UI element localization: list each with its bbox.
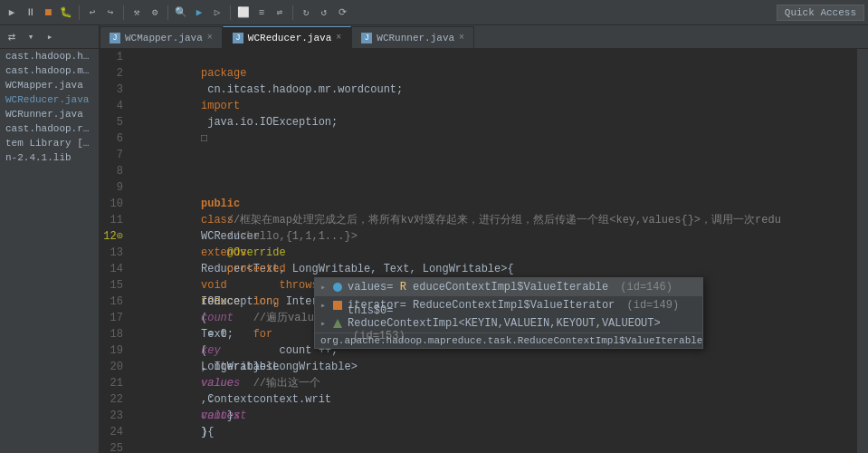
ac-label-0a: values= (348, 281, 400, 294)
toolbar-run2-btn[interactable]: ▶ (191, 5, 207, 21)
toolbar-build-btn[interactable]: ⚒ (129, 5, 145, 21)
tab-close-wcrunner[interactable]: × (459, 33, 464, 43)
sidebar-item-wcreducer[interactable]: WCReducer.java (0, 92, 99, 107)
ac-label-0b: educeContextImpl$ValueIterable (413, 281, 608, 294)
ac-highlight-0: R (400, 281, 406, 294)
ln-12: 12⊙ (100, 228, 123, 245)
svg-marker-0 (333, 319, 342, 328)
code-line-22: } (136, 391, 857, 408)
ln-22: 22 (100, 391, 123, 408)
sidebar-item-label-jre: tem Library [jre7] (5, 138, 99, 149)
ac-icon-0 (331, 281, 344, 294)
ac-label-2a: this$0= ReduceContextImpl<KEYIN,VALUEIN,… (348, 304, 661, 330)
sidebar-item-0[interactable]: cast.hadoop.hdfs (0, 49, 99, 63)
toolbar-run-btn[interactable]: ▶ (4, 5, 20, 21)
sidebar-item-jre[interactable]: tem Library [jre7] (0, 136, 99, 150)
ln-25: 25 (100, 440, 123, 453)
code-line-1: package cn.itcast.hadoop.mr.wordcount; (136, 49, 857, 65)
ln-2: 2 (100, 65, 123, 82)
ln-9: 9 (100, 179, 123, 196)
tab-wcmapper[interactable]: J WCMapper.java × (100, 26, 223, 48)
toolbar-undo-btn[interactable]: ↺ (316, 5, 332, 21)
toolbar-forward-btn[interactable]: ↪ (102, 5, 119, 21)
toolbar-run3-btn[interactable]: ▷ (209, 5, 225, 21)
sidebar-expand-btn[interactable]: ▸ (42, 29, 58, 45)
code-line-9: public class WCReducer extends Reducer<T… (136, 179, 857, 196)
sidebar-item-wcrunner[interactable]: WCRunner.java (0, 107, 99, 121)
toolbar-search-btn[interactable]: 🔍 (173, 5, 189, 21)
ln-5: 5 (100, 114, 123, 130)
ln-1: 1 (100, 49, 123, 65)
toolbar-stop-btn[interactable]: ⏹ (40, 5, 56, 21)
ln-6: 6 (100, 130, 123, 147)
sep1 (79, 5, 80, 20)
sidebar: ⇄ ▾ ▸ cast.hadoop.hdfs cast.hadoop.mr.w … (0, 25, 100, 453)
sidebar-item-1[interactable]: cast.hadoop.mr.w (0, 63, 99, 78)
ln-23: 23 (100, 408, 123, 424)
code-line-23: } (136, 408, 857, 424)
code-content[interactable]: package cn.itcast.hadoop.mr.wordcount; i… (129, 49, 857, 453)
ac-expand-2: ▸ (320, 318, 326, 329)
toolbar-settings-btn[interactable]: ⚙ (147, 5, 163, 21)
ln-7: 7 (100, 147, 123, 163)
tab-close-wcmapper[interactable]: × (207, 33, 213, 43)
ln-19: 19 (100, 342, 123, 359)
ln-3: 3 (100, 82, 123, 98)
ln-14: 14 (100, 261, 123, 277)
code-line-2 (136, 65, 857, 82)
tab-bar: J WCMapper.java × J WCReducer.java × J W… (100, 25, 868, 49)
ln-10: 10 (100, 196, 123, 212)
code-line-12: @Override (136, 228, 857, 245)
toolbar-reload-btn[interactable]: ↻ (298, 5, 314, 21)
code-editor: 1 2 3 4 5 6 7 8 9 10 11 12⊙ 13 14 15 16 … (100, 49, 868, 453)
line-numbers: 1 2 3 4 5 6 7 8 9 10 11 12⊙ 13 14 15 16 … (100, 49, 129, 453)
tab-wcrunner[interactable]: J WCRunner.java × (351, 26, 474, 48)
toolbar-pause-btn[interactable]: ⏸ (22, 5, 38, 21)
tab-icon-wcrunner: J (361, 33, 372, 43)
ln-13: 13 (100, 245, 123, 261)
code-line-5 (136, 114, 857, 130)
ln-15: 15 (100, 277, 123, 294)
main-container: ⇄ ▾ ▸ cast.hadoop.hdfs cast.hadoop.mr.w … (0, 25, 868, 453)
code-line-21: context.writ (136, 375, 857, 391)
code-line-24 (136, 424, 857, 440)
code-line-6 (136, 130, 857, 147)
toolbar-nav-btn[interactable]: ⇌ (272, 5, 288, 21)
vertical-scrollbar[interactable] (857, 49, 868, 453)
toolbar-misc-btn[interactable]: ≡ (253, 5, 270, 21)
ln-8: 8 (100, 163, 123, 179)
tab-icon-wcreducer: J (233, 33, 243, 43)
code-line-11: //<hello,{1,1,1...}> (136, 212, 857, 228)
sidebar-item-rpc[interactable]: cast.hadoop.rpc (0, 121, 99, 136)
ac-item-2[interactable]: ▸ this$0= ReduceContextImpl<KEYIN,VALUEI… (315, 314, 702, 333)
toolbar: ▶ ⏸ ⏹ 🐛 ↩ ↪ ⚒ ⚙ 🔍 ▶ ▷ ⬜ ≡ ⇌ ↻ ↺ ⟳ Quick … (0, 0, 868, 25)
sidebar-sync-btn[interactable]: ⇄ (4, 29, 20, 45)
code-line-14: throws IOException, InterruptedException… (136, 261, 857, 277)
ac-circle-icon (333, 283, 342, 292)
sidebar-toolbar: ⇄ ▾ ▸ (0, 25, 99, 49)
sep5 (292, 5, 293, 20)
toolbar-redo-btn[interactable]: ⟳ (334, 5, 350, 21)
tab-close-wcreducer[interactable]: × (336, 33, 341, 43)
sidebar-item-label-lib: n-2.4.1.lib (5, 152, 72, 163)
toolbar-debug-btn[interactable]: 🐛 (58, 5, 74, 21)
ac-item-0[interactable]: ▸ values= R educeContextImpl$ValueIterab… (315, 278, 702, 296)
sidebar-item-label-0: cast.hadoop.hdfs (5, 51, 99, 62)
code-line-8 (136, 163, 857, 179)
ln-18: 18 (100, 326, 123, 342)
toolbar-back-btn[interactable]: ↩ (84, 5, 100, 21)
tab-wcreducer[interactable]: J WCReducer.java × (223, 26, 351, 48)
ln-17: 17 (100, 310, 123, 326)
sidebar-item-label-wcreducer: WCReducer.java (5, 94, 89, 105)
quick-access-label: Quick Access (777, 5, 864, 21)
ln-11: 11 (100, 212, 123, 228)
ac-suffix-0: (id=146) (620, 281, 672, 294)
toolbar-layout-btn[interactable]: ⬜ (235, 5, 252, 21)
sidebar-item-wcmapper[interactable]: WCMapper.java (0, 78, 99, 92)
autocomplete-popup: ▸ values= R educeContextImpl$ValueIterab… (314, 277, 703, 349)
code-line-4 (136, 98, 857, 114)
sidebar-item-lib[interactable]: n-2.4.1.lib (0, 150, 99, 165)
sidebar-collapse-btn[interactable]: ▾ (23, 29, 39, 45)
ac-text-0: values= R educeContextImpl$ValueIterable… (348, 281, 672, 294)
tab-label-wcreducer: WCReducer.java (248, 33, 331, 43)
